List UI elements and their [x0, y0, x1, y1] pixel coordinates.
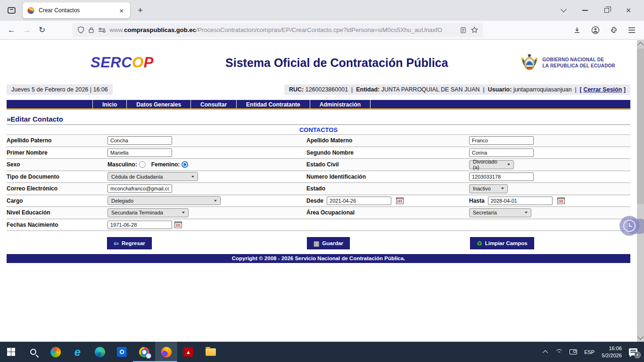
footer-copyright: Copyright © 2008 - 2026 Servicio Naciona… [7, 254, 630, 263]
nav-item-consultar[interactable]: Consultar [190, 100, 236, 108]
calendar-icon[interactable] [396, 197, 404, 204]
edge-button[interactable] [89, 342, 111, 362]
shield-icon[interactable] [77, 26, 84, 33]
chevron-down-icon [182, 212, 185, 214]
area-ocupacional-label: Área Ocupacional [306, 209, 469, 216]
ecuador-coat-of-arms-icon [520, 53, 539, 73]
restore-button[interactable] [596, 1, 618, 19]
browser-tab[interactable]: Crear Contactos × [23, 2, 130, 18]
copilot-icon [50, 347, 61, 357]
url-text[interactable]: www.compraspublicas.gob.ec/ProcesoContra… [109, 26, 456, 33]
windows-taskbar: e O ▲ ESP 16:065/2/2026 4 [0, 342, 644, 362]
primer-nombre-input[interactable] [107, 148, 172, 157]
tipo-documento-label: Tipo de Documento [7, 173, 107, 180]
url-bar[interactable]: www.compraspublicas.gob.ec/ProcesoContra… [73, 23, 483, 37]
nav-item-entidad-contratante[interactable]: Entidad Contratante [236, 100, 310, 108]
logout-link[interactable]: [ Cerrar Sesión ] [580, 86, 626, 93]
internet-explorer-button[interactable]: e [66, 342, 89, 362]
menu-icon[interactable] [628, 27, 636, 33]
page-scrollbar[interactable] [637, 40, 644, 342]
chrome-button[interactable] [133, 342, 155, 362]
desde-input[interactable] [327, 197, 391, 205]
guardar-button[interactable]: ▥Guardar [307, 237, 350, 249]
estado-civil-select[interactable]: Divorciado (a) [469, 160, 514, 169]
reader-view-icon[interactable] [460, 27, 466, 33]
search-button[interactable] [22, 342, 44, 362]
copilot-button[interactable] [44, 342, 66, 362]
firefox-button[interactable] [155, 342, 177, 362]
nav-item-inicio[interactable]: Inicio [92, 100, 126, 108]
tab-close-icon[interactable]: × [117, 6, 125, 15]
taskbar-clock[interactable]: 16:065/2/2026 [602, 345, 622, 359]
cargo-select[interactable]: Delegado [107, 196, 221, 205]
chevron-down-icon [501, 188, 504, 189]
fecha-nacimiento-label: Fechas Nacimiento [7, 222, 107, 228]
tipo-documento-select[interactable]: Cédula de Ciudadanía [107, 172, 198, 181]
estado-label: Estado [306, 185, 469, 192]
language-indicator[interactable]: ESP [584, 349, 594, 355]
sercop-logo: SERCOP [91, 54, 154, 71]
system-tray: ESP 16:065/2/2026 4 [544, 342, 644, 362]
area-ocupacional-select[interactable]: Secretaría [469, 208, 531, 217]
masculino-radio[interactable] [139, 161, 146, 168]
reload-button[interactable]: ↻ [39, 25, 45, 35]
floating-clock-widget[interactable] [619, 216, 642, 237]
calendar-icon[interactable] [557, 197, 565, 204]
form-row: Nivel Educación Secundaria Terminada Áre… [7, 207, 630, 219]
apellido-paterno-input[interactable] [107, 136, 172, 145]
refresh-icon: ♻ [477, 240, 482, 247]
display-icon[interactable] [570, 349, 577, 354]
acrobat-button[interactable]: ▲ [177, 342, 199, 362]
file-explorer-button[interactable] [199, 342, 222, 362]
outlook-button[interactable]: O [111, 342, 133, 362]
back-button[interactable]: ← [8, 25, 16, 35]
minimize-button[interactable] [574, 1, 596, 19]
site-favicon [27, 7, 34, 14]
forward-button[interactable]: → [23, 25, 31, 35]
folder-icon [206, 348, 216, 356]
save-icon: ▥ [314, 240, 319, 247]
session-info-bar: Jueves 5 de Febrero de 2026 | 16:06 RUC:… [7, 84, 630, 95]
segundo-nombre-input[interactable] [469, 148, 534, 157]
downloads-icon[interactable] [573, 26, 581, 34]
primer-nombre-label: Primer Nombre [7, 149, 107, 156]
nivel-educacion-select[interactable]: Secundaria Terminada [107, 208, 189, 217]
windows-icon [7, 348, 16, 356]
internet-explorer-icon: e [74, 346, 81, 359]
start-button[interactable] [0, 342, 22, 362]
firefox-view-icon[interactable] [4, 3, 18, 17]
wifi-icon[interactable] [555, 349, 562, 355]
numero-identificacion-label: Numero Identificación [306, 173, 469, 180]
nav-item-administracion[interactable]: Administración [310, 100, 371, 108]
regresar-button[interactable]: ⇦Regresar [107, 237, 152, 249]
clock-icon[interactable] [619, 216, 639, 236]
estado-select[interactable]: Inactivo [469, 184, 508, 193]
correo-label: Correo Electrónico [7, 185, 107, 192]
fecha-nacimiento-input[interactable] [107, 221, 172, 229]
extensions-icon[interactable] [610, 26, 618, 34]
permissions-icon[interactable] [98, 27, 106, 33]
calendar-icon[interactable] [174, 222, 182, 228]
list-tabs-icon[interactable] [553, 1, 574, 19]
tray-expand-icon[interactable] [543, 350, 548, 355]
close-button[interactable]: × [618, 1, 639, 19]
femenino-radio[interactable] [182, 161, 188, 168]
nav-item-datos-generales[interactable]: Datos Generales [126, 100, 190, 108]
new-tab-button[interactable]: + [138, 5, 143, 16]
section-title: CONTACTOS [7, 125, 630, 135]
scrollbar-thumb[interactable] [637, 49, 644, 204]
correo-input[interactable] [107, 184, 172, 193]
notification-icon[interactable]: 4 [629, 348, 637, 355]
numero-identificacion-input[interactable] [469, 173, 534, 181]
scroll-up-icon[interactable] [637, 42, 644, 48]
account-icon[interactable] [591, 26, 600, 34]
hasta-input[interactable] [488, 197, 553, 205]
datetime-chip: Jueves 5 de Febrero de 2026 | 16:06 [7, 84, 113, 95]
lock-icon[interactable] [88, 27, 94, 33]
bookmark-star-icon[interactable] [471, 26, 478, 33]
form-buttons: ⇦Regresar ▥Guardar ♻Limpiar Campos [7, 237, 630, 250]
tab-title: Crear Contactos [39, 7, 117, 14]
scroll-down-icon[interactable] [637, 334, 644, 340]
apellido-materno-input[interactable] [469, 136, 534, 145]
limpiar-campos-button[interactable]: ♻Limpiar Campos [470, 237, 534, 249]
